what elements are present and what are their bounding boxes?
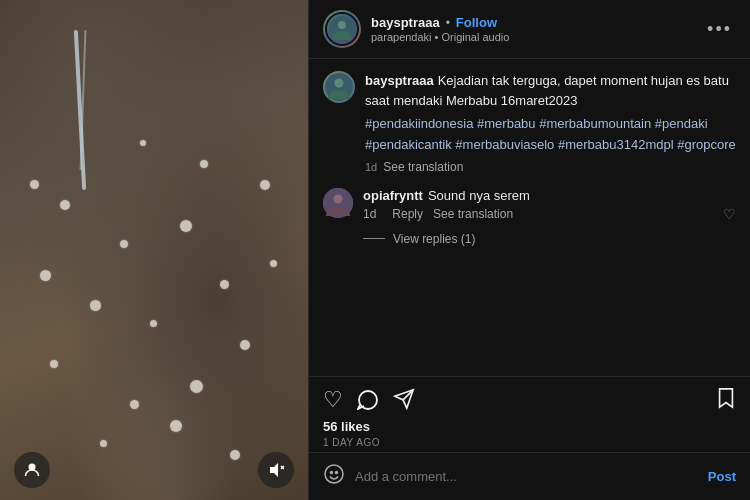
follow-button[interactable]: Follow <box>456 15 497 30</box>
caption-block: baysptraaaKejadian tak terguga, dapet mo… <box>323 71 736 174</box>
mute-button[interactable] <box>258 452 294 488</box>
svg-point-7 <box>335 79 344 88</box>
comment-body: Sound nya serem <box>428 188 530 203</box>
profile-button[interactable] <box>14 452 50 488</box>
action-icons: ♡ <box>323 387 736 413</box>
comment-text: opiafrynttSound nya serem <box>363 188 736 203</box>
avatar-inner <box>325 12 359 46</box>
post-comment-button[interactable]: Post <box>708 469 736 484</box>
reply-button[interactable]: Reply <box>392 207 423 221</box>
emoji-icon <box>323 463 345 485</box>
post-image <box>0 0 308 500</box>
share-icon <box>393 388 415 410</box>
translation-link[interactable]: 1dSee translation <box>365 160 736 174</box>
comment-like-icon[interactable]: ♡ <box>723 206 736 222</box>
post-image-panel <box>0 0 308 500</box>
svg-point-9 <box>334 194 343 203</box>
comment-input-bar: Post <box>309 452 750 500</box>
hashtags: #pendakiindonesia #merbabu #merbabumount… <box>365 114 736 156</box>
avatar <box>327 13 357 45</box>
comment-block: opiafrynttSound nya serem 1d Reply See t… <box>323 188 736 222</box>
header-dot: • <box>446 16 450 30</box>
emoji-button[interactable] <box>323 463 345 490</box>
bookmark-icon <box>716 387 736 409</box>
comment-username[interactable]: opiafryntt <box>363 188 423 203</box>
comment-avatar <box>323 188 353 218</box>
comment-translation[interactable]: See translation <box>433 207 513 221</box>
share-button[interactable] <box>393 388 415 413</box>
svg-marker-1 <box>270 463 278 477</box>
post-header: baysptraaa • Follow parapendaki • Origin… <box>309 0 750 59</box>
likes-count: 56 likes <box>323 419 736 434</box>
caption-avatar <box>323 71 355 103</box>
caption-text: baysptraaaKejadian tak terguga, dapet mo… <box>365 71 736 110</box>
view-replies[interactable]: View replies (1) <box>363 232 736 246</box>
svg-point-12 <box>336 472 338 474</box>
caption-time: 1d <box>365 161 377 173</box>
header-info: baysptraaa • Follow parapendaki • Origin… <box>371 15 693 43</box>
mute-icon <box>268 462 284 478</box>
comment-meta: 1d Reply See translation ♡ <box>363 206 736 222</box>
right-panel: baysptraaa • Follow parapendaki • Origin… <box>308 0 750 500</box>
like-button[interactable]: ♡ <box>323 389 343 411</box>
action-bar: ♡ 56 likes 1 DAY AGO <box>309 376 750 452</box>
reply-line-decoration <box>363 238 385 239</box>
bookmark-button[interactable] <box>716 387 736 413</box>
avatar-ring <box>323 10 361 48</box>
header-subtext: parapendaki • Original audio <box>371 31 693 43</box>
svg-point-11 <box>331 472 333 474</box>
see-translation[interactable]: See translation <box>383 160 463 174</box>
comment-time: 1d <box>363 207 376 221</box>
time-ago: 1 DAY AGO <box>323 437 736 448</box>
content-area: baysptraaaKejadian tak terguga, dapet mo… <box>309 59 750 376</box>
comment-icon <box>357 388 379 410</box>
profile-icon <box>24 462 40 478</box>
image-controls <box>0 452 308 488</box>
header-top: baysptraaa • Follow <box>371 15 693 30</box>
header-username: baysptraaa <box>371 15 440 30</box>
comment-button[interactable] <box>357 388 379 413</box>
comment-input-field[interactable] <box>355 469 698 484</box>
caption-username[interactable]: baysptraaa <box>365 73 434 88</box>
svg-point-10 <box>325 465 343 483</box>
view-replies-text[interactable]: View replies (1) <box>393 232 475 246</box>
comment-content: opiafrynttSound nya serem 1d Reply See t… <box>363 188 736 222</box>
caption-content: baysptraaaKejadian tak terguga, dapet mo… <box>365 71 736 174</box>
svg-point-5 <box>338 21 346 29</box>
more-options-button[interactable]: ••• <box>703 15 736 44</box>
